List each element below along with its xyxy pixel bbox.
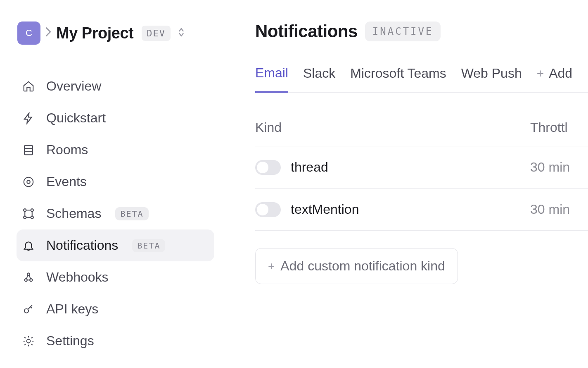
gear-icon: [22, 335, 35, 347]
table-header: Kind Throttl: [255, 109, 588, 146]
tab-email[interactable]: Email: [255, 65, 288, 93]
tab-microsoft-teams[interactable]: Microsoft Teams: [350, 65, 446, 92]
svg-point-4: [27, 180, 30, 184]
svg-point-13: [27, 339, 31, 343]
sidebar-item-settings[interactable]: Settings: [17, 325, 214, 357]
nav-label: API keys: [46, 301, 98, 317]
col-header-throttle: Throttl: [530, 120, 588, 135]
nav-label: Schemas: [46, 206, 101, 221]
beta-badge: BETA: [115, 207, 148, 220]
svg-rect-0: [24, 145, 33, 155]
schemas-icon: [22, 208, 35, 220]
sidebar-item-quickstart[interactable]: Quickstart: [17, 102, 214, 134]
svg-point-11: [27, 273, 30, 275]
nav-label: Overview: [46, 79, 101, 94]
svg-point-8: [31, 216, 33, 218]
nav-label: Settings: [46, 333, 94, 349]
channel-tabs: Email Slack Microsoft Teams Web Push + A…: [255, 65, 588, 93]
nav-label: Quickstart: [46, 110, 106, 126]
add-custom-kind-button[interactable]: + Add custom notification kind: [255, 248, 458, 284]
svg-point-5: [24, 209, 26, 211]
sidebar: C My Project DEV Overview Quickstart Roo…: [0, 0, 227, 368]
nav-label: Events: [46, 174, 87, 189]
kind-name: thread: [291, 160, 530, 175]
beta-badge: BETA: [132, 239, 165, 252]
plus-icon: +: [268, 260, 275, 273]
tab-slack[interactable]: Slack: [303, 65, 335, 92]
toggle-textmention[interactable]: [255, 202, 281, 217]
project-header: C My Project DEV: [17, 22, 214, 45]
project-avatar[interactable]: C: [17, 22, 40, 45]
key-icon: [22, 303, 35, 315]
env-badge: DEV: [142, 26, 171, 41]
tab-web-push[interactable]: Web Push: [461, 65, 522, 92]
sidebar-item-notifications[interactable]: Notifications BETA: [17, 229, 214, 261]
col-header-kind: Kind: [255, 120, 530, 135]
status-badge: INACTIVE: [365, 22, 441, 41]
sidebar-item-overview[interactable]: Overview: [17, 70, 214, 102]
project-name[interactable]: My Project: [56, 24, 133, 42]
table-row: textMention 30 min: [255, 189, 588, 231]
tab-label: Add: [549, 66, 572, 81]
sidebar-item-api-keys[interactable]: API keys: [17, 293, 214, 325]
home-icon: [22, 80, 35, 93]
page-header: Notifications INACTIVE: [255, 22, 588, 41]
kind-name: textMention: [291, 202, 530, 217]
nav-label: Webhooks: [46, 270, 109, 285]
svg-point-3: [24, 177, 33, 186]
plus-icon: +: [537, 67, 544, 81]
sidebar-item-rooms[interactable]: Rooms: [17, 134, 214, 166]
svg-point-6: [31, 209, 33, 211]
svg-point-12: [24, 308, 28, 313]
chevron-right-icon: [45, 27, 51, 39]
table-row: thread 30 min: [255, 146, 588, 189]
sidebar-item-events[interactable]: Events: [17, 166, 214, 198]
tab-add-channel[interactable]: + Add: [537, 65, 572, 92]
throttle-value: 30 min: [530, 160, 588, 175]
selector-icon[interactable]: [178, 27, 185, 39]
svg-point-7: [24, 216, 26, 218]
sidebar-item-schemas[interactable]: Schemas BETA: [17, 198, 214, 229]
nav-label: Rooms: [46, 142, 88, 158]
webhooks-icon: [22, 271, 35, 284]
throttle-value: 30 min: [530, 202, 588, 217]
events-icon: [22, 176, 35, 188]
page-title: Notifications: [255, 22, 358, 41]
button-label: Add custom notification kind: [280, 258, 445, 274]
nav-list: Overview Quickstart Rooms Events Schemas…: [17, 70, 214, 357]
rooms-icon: [22, 144, 35, 156]
toggle-thread[interactable]: [255, 160, 281, 175]
main-content: Notifications INACTIVE Email Slack Micro…: [227, 0, 588, 368]
lightning-icon: [22, 112, 35, 124]
nav-label: Notifications: [46, 238, 118, 253]
bell-icon: [22, 239, 35, 252]
sidebar-item-webhooks[interactable]: Webhooks: [17, 261, 214, 293]
